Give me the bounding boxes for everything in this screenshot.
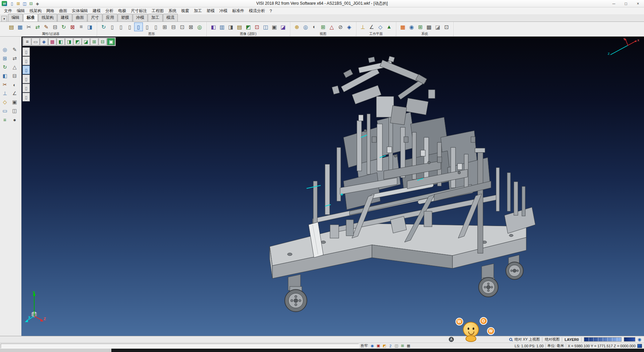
swap-icon[interactable]: ⇄	[33, 23, 42, 31]
view-cube-left-icon[interactable]: ⊞	[90, 38, 98, 45]
menu-item[interactable]: 曲面	[57, 7, 69, 14]
menu-item[interactable]: 实体编辑	[69, 7, 90, 14]
edit-attributes-icon[interactable]: ✎	[42, 23, 51, 31]
entity-snap-icon[interactable]: ◩	[382, 344, 387, 348]
cylinder-icon[interactable]: ▯	[117, 23, 125, 31]
view-cube-top-icon[interactable]: ◩	[73, 38, 82, 45]
workplane-normal-icon[interactable]: ⊥	[359, 23, 367, 31]
cad-viewport[interactable]: ≡▭◈▩◧◨◩◪⊞⊟▣ ▯▯▯▯▯▯ X Y Z	[21, 37, 644, 336]
image-split-icon[interactable]: ◫	[261, 23, 270, 31]
move-icon[interactable]: ⇄	[10, 54, 19, 63]
tab[interactable]: 塑膜	[118, 14, 132, 21]
cylinder-selected-icon[interactable]: ▯	[134, 23, 143, 31]
print-icon[interactable]: ⊟	[28, 1, 34, 6]
snap-lock-icon[interactable]: ◉	[370, 344, 375, 348]
scale-label[interactable]: LS: 1.00 PS: 1.00	[515, 344, 543, 348]
shade-icon[interactable]: ◐	[310, 23, 319, 31]
image-solid-icon[interactable]: ▣	[270, 23, 279, 31]
list-icon[interactable]: ≡	[77, 23, 86, 31]
menu-item[interactable]: 编辑	[14, 7, 27, 14]
view-mode-label[interactable]: 绝对 XY 上视图	[515, 337, 540, 342]
filter-toggle-1[interactable]: ▯	[22, 47, 30, 56]
view-center-icon[interactable]: ◎	[301, 23, 310, 31]
angle-icon[interactable]: ∠	[10, 89, 19, 98]
image-fill-icon[interactable]: ◪	[279, 23, 287, 31]
attributes-icon[interactable]: ▤	[7, 23, 16, 31]
cylinder-icon[interactable]: ▯	[108, 23, 117, 31]
iso-view-icon[interactable]: △	[327, 23, 336, 31]
menu-item[interactable]: 尺寸标注	[128, 7, 149, 14]
menu-item[interactable]: 线架构	[27, 7, 44, 14]
grid-x-icon[interactable]: ⊠	[186, 23, 195, 31]
zoom-all-icon[interactable]: ⊕	[292, 23, 301, 31]
filter-toggle-3[interactable]: ▯	[22, 65, 30, 74]
globe-icon[interactable]: ◉	[407, 23, 416, 31]
workplane-angle-icon[interactable]: ∠	[367, 23, 376, 31]
image-corner-icon[interactable]: ◩	[244, 23, 253, 31]
settings-icon[interactable]: ◈	[34, 1, 41, 6]
view-cube-bottom-icon[interactable]: ◪	[82, 38, 90, 45]
filter-toggle-6[interactable]: ▯	[22, 93, 30, 101]
color-table-icon[interactable]: ▦	[398, 23, 407, 31]
triangle-icon[interactable]: △	[10, 63, 19, 72]
save-icon[interactable]: ◫	[21, 1, 28, 6]
hatch-icon[interactable]: ▩	[425, 23, 433, 31]
grid-dot-icon[interactable]: ⊡	[178, 23, 186, 31]
box-icon[interactable]: ▣	[10, 98, 19, 106]
command-field[interactable]	[1, 344, 359, 348]
split-icon[interactable]: ◫	[10, 106, 19, 115]
menu-item[interactable]: 加工	[192, 7, 204, 14]
sketch-icon[interactable]: ✎	[10, 45, 19, 54]
layer-label[interactable]: LAYER0	[565, 338, 579, 342]
clip-view-icon[interactable]: ⊘	[336, 23, 345, 31]
filter-grid-icon[interactable]: ▦	[16, 23, 24, 31]
new-doc-icon[interactable]: ▯	[9, 1, 15, 6]
a-badge[interactable]: A	[449, 337, 454, 342]
absolute-view-label[interactable]: 绝对视图	[545, 337, 559, 342]
select-icon[interactable]: ◎	[0, 45, 10, 54]
radar-icon[interactable]: ◎	[195, 23, 204, 31]
menu-item[interactable]: 文件	[2, 7, 14, 14]
image-lines-icon[interactable]: ▤	[235, 23, 244, 31]
cylinder-icon[interactable]: ▯	[143, 23, 152, 31]
tab[interactable]: 尺寸	[88, 14, 102, 21]
point-icon[interactable]: ●	[10, 115, 19, 124]
tab[interactable]: 加工	[148, 14, 163, 21]
workplane-diamond-icon[interactable]: ◇	[376, 23, 385, 31]
minimize-button[interactable]: ─	[608, 0, 620, 7]
tab[interactable]: 建模	[57, 14, 72, 21]
half-square-icon[interactable]: ◪	[433, 23, 442, 31]
layers-icon[interactable]: ≡	[0, 115, 10, 124]
render-mode-icon[interactable]: ▩	[48, 38, 56, 45]
grid-snap-icon[interactable]: ▣	[376, 344, 381, 348]
menu-item[interactable]: 视窗	[179, 7, 192, 14]
image-left-icon[interactable]: ◧	[209, 23, 218, 31]
menu-item[interactable]: 分析	[103, 7, 116, 14]
gem-view-icon[interactable]: ◈	[345, 23, 354, 31]
cad-model-canvas[interactable]	[21, 37, 644, 336]
view-cube-front-icon[interactable]: ◧	[57, 38, 65, 45]
tab[interactable]: 模流	[163, 14, 178, 21]
help-2-icon[interactable]: 2	[388, 344, 393, 348]
perpendicular-icon[interactable]: ⊥	[0, 89, 10, 98]
tab[interactable]: 冲模	[133, 14, 148, 21]
menu-item[interactable]: 电极	[116, 7, 128, 14]
delete-icon[interactable]: ⊠	[68, 23, 77, 31]
units-label[interactable]: 单位: 毫米	[547, 343, 564, 348]
rotate-icon[interactable]: ↻	[0, 63, 10, 72]
trim-icon[interactable]: ✂	[0, 80, 10, 89]
dot-grid-icon[interactable]: ⊡	[442, 23, 451, 31]
grid-view-icon[interactable]: ⊞	[319, 23, 327, 31]
active-color-chip[interactable]	[637, 344, 642, 348]
menu-item[interactable]: 塑模	[204, 7, 217, 14]
search-icon[interactable]	[509, 338, 512, 341]
view-cube-iso-icon[interactable]: ▣	[107, 38, 115, 45]
taskbar-dark-segment[interactable]	[111, 349, 644, 352]
window-grid-icon[interactable]: ⊞	[416, 23, 425, 31]
layer-state-icon[interactable]: ▦	[406, 344, 411, 348]
tab[interactable]: 曲面	[72, 14, 87, 21]
menu-item[interactable]: 模流分析	[247, 7, 267, 14]
open-doc-icon[interactable]: ⊞	[15, 1, 21, 6]
color-scale-bar[interactable]	[584, 337, 622, 342]
refresh-icon[interactable]: ↻	[59, 23, 68, 31]
